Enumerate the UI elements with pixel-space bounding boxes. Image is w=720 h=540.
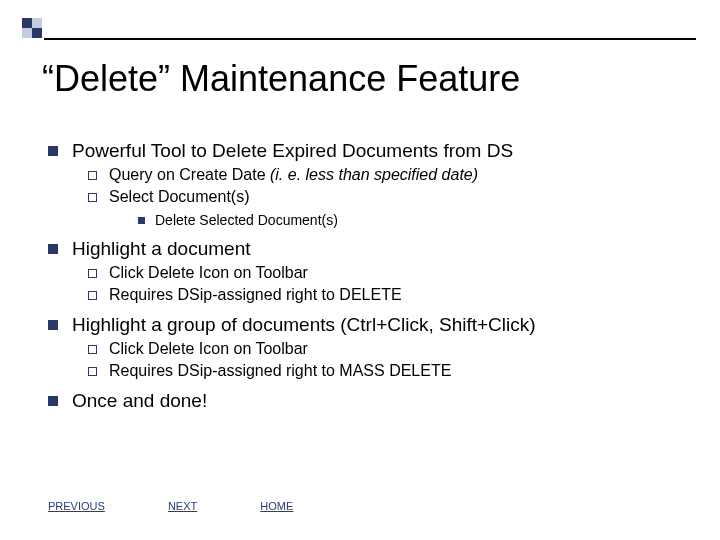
bullet-level1: Powerful Tool to Delete Expired Document… — [48, 140, 690, 162]
hollow-square-bullet-icon — [88, 367, 97, 376]
bullet-text: Highlight a group of documents (Ctrl+Cli… — [72, 314, 536, 336]
bullet-level2: Requires DSip-assigned right to DELETE — [88, 286, 690, 304]
bullet-level1: Highlight a group of documents (Ctrl+Cli… — [48, 314, 690, 336]
hollow-square-bullet-icon — [88, 345, 97, 354]
slide-title: “Delete” Maintenance Feature — [42, 58, 520, 100]
bullet-text: Requires DSip-assigned right to MASS DEL… — [109, 362, 451, 380]
bullet-text: Powerful Tool to Delete Expired Document… — [72, 140, 513, 162]
hollow-square-bullet-icon — [88, 291, 97, 300]
bullet-level2: Select Document(s) — [88, 188, 690, 206]
bullet-level2: Click Delete Icon on Toolbar — [88, 264, 690, 282]
square-bullet-icon — [48, 320, 58, 330]
slide-accent-squares — [22, 18, 42, 38]
bullet-text: Highlight a document — [72, 238, 251, 260]
square-bullet-icon — [48, 244, 58, 254]
bullet-text: Click Delete Icon on Toolbar — [109, 264, 308, 282]
slide-body: Powerful Tool to Delete Expired Document… — [48, 130, 690, 416]
bullet-text: Click Delete Icon on Toolbar — [109, 340, 308, 358]
slide-nav: PREVIOUS NEXT HOME — [48, 500, 353, 512]
bullet-level1: Highlight a document — [48, 238, 690, 260]
square-bullet-icon — [48, 146, 58, 156]
bullet-text: Delete Selected Document(s) — [155, 212, 338, 228]
bullet-level2: Requires DSip-assigned right to MASS DEL… — [88, 362, 690, 380]
hollow-square-bullet-icon — [88, 269, 97, 278]
bullet-level1: Once and done! — [48, 390, 690, 412]
home-link[interactable]: HOME — [260, 500, 293, 512]
bullet-text: Query on Create Date (i. e. less than sp… — [109, 166, 478, 184]
bullet-text: Requires DSip-assigned right to DELETE — [109, 286, 402, 304]
bullet-level2: Query on Create Date (i. e. less than sp… — [88, 166, 690, 184]
square-bullet-icon — [48, 396, 58, 406]
header-divider — [44, 38, 696, 40]
bullet-text: Once and done! — [72, 390, 207, 412]
hollow-square-bullet-icon — [88, 171, 97, 180]
previous-link[interactable]: PREVIOUS — [48, 500, 105, 512]
bullet-level2: Click Delete Icon on Toolbar — [88, 340, 690, 358]
small-square-bullet-icon — [138, 217, 145, 224]
bullet-text: Select Document(s) — [109, 188, 250, 206]
bullet-level3: Delete Selected Document(s) — [138, 212, 690, 228]
next-link[interactable]: NEXT — [168, 500, 197, 512]
hollow-square-bullet-icon — [88, 193, 97, 202]
